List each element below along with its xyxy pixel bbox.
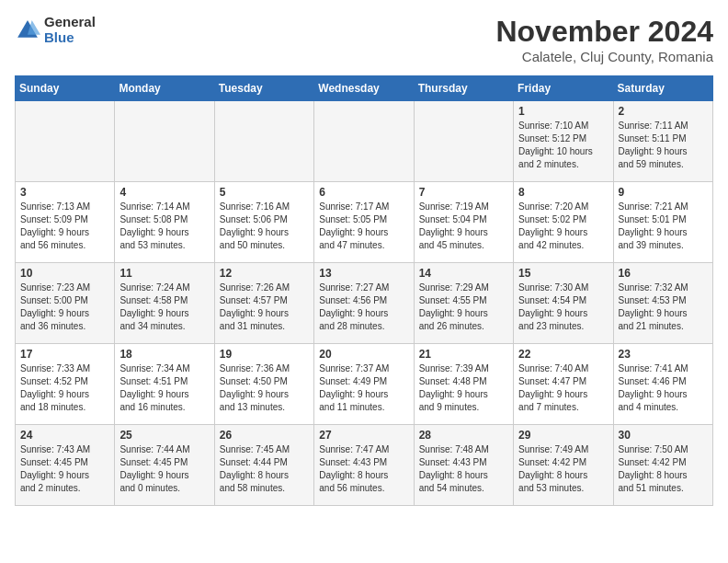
calendar-cell: 12Sunrise: 7:26 AM Sunset: 4:57 PM Dayli… [214, 263, 313, 344]
day-info: Sunrise: 7:33 AM Sunset: 4:52 PM Dayligh… [20, 362, 109, 414]
title-area: November 2024 Calatele, Cluj County, Rom… [495, 15, 713, 64]
logo-blue: Blue [44, 30, 96, 46]
calendar-cell: 8Sunrise: 7:20 AM Sunset: 5:02 PM Daylig… [514, 182, 613, 263]
logo-general: General [44, 15, 96, 30]
day-info: Sunrise: 7:11 AM Sunset: 5:11 PM Dayligh… [619, 120, 708, 171]
calendar-cell: 13Sunrise: 7:27 AM Sunset: 4:56 PM Dayli… [314, 263, 414, 344]
calendar-cell: 24Sunrise: 7:43 AM Sunset: 4:45 PM Dayli… [16, 425, 115, 506]
calendar-cell: 22Sunrise: 7:40 AM Sunset: 4:47 PM Dayli… [514, 344, 613, 425]
day-info: Sunrise: 7:44 AM Sunset: 4:45 PM Dayligh… [119, 443, 209, 495]
calendar-cell: 10Sunrise: 7:23 AM Sunset: 5:00 PM Dayli… [16, 263, 115, 344]
calendar-cell: 29Sunrise: 7:49 AM Sunset: 4:42 PM Dayli… [514, 425, 613, 506]
calendar-cell: 6Sunrise: 7:17 AM Sunset: 5:05 PM Daylig… [314, 182, 414, 263]
day-info: Sunrise: 7:26 AM Sunset: 4:57 PM Dayligh… [220, 282, 309, 333]
day-number: 3 [20, 186, 109, 199]
day-info: Sunrise: 7:14 AM Sunset: 5:08 PM Dayligh… [119, 201, 209, 252]
day-number: 20 [319, 348, 408, 361]
week-row-4: 17Sunrise: 7:33 AM Sunset: 4:52 PM Dayli… [16, 344, 713, 425]
day-info: Sunrise: 7:40 AM Sunset: 4:47 PM Dayligh… [518, 362, 608, 414]
week-row-3: 10Sunrise: 7:23 AM Sunset: 5:00 PM Dayli… [16, 263, 713, 344]
day-info: Sunrise: 7:45 AM Sunset: 4:44 PM Dayligh… [220, 443, 309, 495]
day-number: 2 [619, 105, 708, 118]
calendar-table: SundayMondayTuesdayWednesdayThursdayFrid… [15, 75, 713, 506]
calendar-cell: 25Sunrise: 7:44 AM Sunset: 4:45 PM Dayli… [115, 425, 214, 506]
calendar-cell: 30Sunrise: 7:50 AM Sunset: 4:42 PM Dayli… [613, 425, 712, 506]
col-header-saturday: Saturday [613, 76, 712, 101]
day-number: 17 [20, 348, 109, 361]
day-number: 22 [518, 348, 608, 361]
day-number: 14 [419, 267, 508, 280]
calendar-cell: 4Sunrise: 7:14 AM Sunset: 5:08 PM Daylig… [115, 182, 214, 263]
calendar-cell: 28Sunrise: 7:48 AM Sunset: 4:43 PM Dayli… [414, 425, 513, 506]
calendar-cell: 21Sunrise: 7:39 AM Sunset: 4:48 PM Dayli… [414, 344, 513, 425]
calendar-cell: 9Sunrise: 7:21 AM Sunset: 5:01 PM Daylig… [613, 182, 712, 263]
day-info: Sunrise: 7:17 AM Sunset: 5:05 PM Dayligh… [319, 201, 408, 252]
calendar-cell: 15Sunrise: 7:30 AM Sunset: 4:54 PM Dayli… [514, 263, 613, 344]
col-header-monday: Monday [115, 76, 214, 101]
day-number: 29 [518, 429, 608, 442]
day-number: 24 [20, 429, 109, 442]
calendar-cell: 5Sunrise: 7:16 AM Sunset: 5:06 PM Daylig… [214, 182, 313, 263]
day-info: Sunrise: 7:43 AM Sunset: 4:45 PM Dayligh… [20, 443, 109, 495]
day-info: Sunrise: 7:21 AM Sunset: 5:01 PM Dayligh… [619, 201, 708, 252]
day-info: Sunrise: 7:23 AM Sunset: 5:00 PM Dayligh… [20, 282, 109, 333]
day-number: 7 [419, 186, 508, 199]
week-row-5: 24Sunrise: 7:43 AM Sunset: 4:45 PM Dayli… [16, 425, 713, 506]
col-header-wednesday: Wednesday [314, 76, 414, 101]
day-info: Sunrise: 7:37 AM Sunset: 4:49 PM Dayligh… [319, 362, 408, 414]
day-info: Sunrise: 7:24 AM Sunset: 4:58 PM Dayligh… [119, 282, 209, 333]
logo-text: General Blue [44, 15, 96, 45]
day-info: Sunrise: 7:41 AM Sunset: 4:46 PM Dayligh… [619, 362, 708, 414]
day-info: Sunrise: 7:50 AM Sunset: 4:42 PM Dayligh… [619, 443, 708, 495]
day-number: 27 [319, 429, 408, 442]
day-number: 23 [619, 348, 708, 361]
calendar-cell: 7Sunrise: 7:19 AM Sunset: 5:04 PM Daylig… [414, 182, 513, 263]
calendar-cell: 20Sunrise: 7:37 AM Sunset: 4:49 PM Dayli… [314, 344, 414, 425]
day-info: Sunrise: 7:39 AM Sunset: 4:48 PM Dayligh… [419, 362, 508, 414]
day-info: Sunrise: 7:29 AM Sunset: 4:55 PM Dayligh… [419, 282, 508, 333]
logo: General Blue [15, 15, 96, 45]
day-info: Sunrise: 7:19 AM Sunset: 5:04 PM Dayligh… [419, 201, 508, 252]
day-number: 18 [119, 348, 209, 361]
calendar-header: SundayMondayTuesdayWednesdayThursdayFrid… [16, 76, 713, 101]
calendar-cell [414, 101, 513, 182]
calendar-cell: 2Sunrise: 7:11 AM Sunset: 5:11 PM Daylig… [613, 101, 712, 182]
day-number: 21 [419, 348, 508, 361]
day-info: Sunrise: 7:13 AM Sunset: 5:09 PM Dayligh… [20, 201, 109, 252]
col-header-sunday: Sunday [16, 76, 115, 101]
day-number: 5 [220, 186, 309, 199]
day-info: Sunrise: 7:47 AM Sunset: 4:43 PM Dayligh… [319, 443, 408, 495]
day-number: 6 [319, 186, 408, 199]
calendar-cell: 1Sunrise: 7:10 AM Sunset: 5:12 PM Daylig… [514, 101, 613, 182]
day-number: 9 [619, 186, 708, 199]
day-info: Sunrise: 7:16 AM Sunset: 5:06 PM Dayligh… [220, 201, 309, 252]
day-number: 30 [619, 429, 708, 442]
calendar-cell [214, 101, 313, 182]
calendar-cell: 3Sunrise: 7:13 AM Sunset: 5:09 PM Daylig… [16, 182, 115, 263]
day-number: 12 [220, 267, 309, 280]
page-title: November 2024 [495, 15, 713, 49]
calendar-cell: 14Sunrise: 7:29 AM Sunset: 4:55 PM Dayli… [414, 263, 513, 344]
calendar-cell: 11Sunrise: 7:24 AM Sunset: 4:58 PM Dayli… [115, 263, 214, 344]
day-number: 25 [119, 429, 209, 442]
logo-icon [15, 17, 40, 43]
calendar-body: 1Sunrise: 7:10 AM Sunset: 5:12 PM Daylig… [16, 101, 713, 506]
week-row-1: 1Sunrise: 7:10 AM Sunset: 5:12 PM Daylig… [16, 101, 713, 182]
day-number: 11 [119, 267, 209, 280]
calendar-cell: 16Sunrise: 7:32 AM Sunset: 4:53 PM Dayli… [613, 263, 712, 344]
col-header-friday: Friday [514, 76, 613, 101]
day-number: 19 [220, 348, 309, 361]
col-header-tuesday: Tuesday [214, 76, 313, 101]
day-number: 10 [20, 267, 109, 280]
day-info: Sunrise: 7:48 AM Sunset: 4:43 PM Dayligh… [419, 443, 508, 495]
calendar-cell: 27Sunrise: 7:47 AM Sunset: 4:43 PM Dayli… [314, 425, 414, 506]
day-number: 8 [518, 186, 608, 199]
day-info: Sunrise: 7:20 AM Sunset: 5:02 PM Dayligh… [518, 201, 608, 252]
day-info: Sunrise: 7:27 AM Sunset: 4:56 PM Dayligh… [319, 282, 408, 333]
day-number: 28 [419, 429, 508, 442]
header: General Blue November 2024 Calatele, Clu… [15, 15, 713, 64]
col-header-thursday: Thursday [414, 76, 513, 101]
day-info: Sunrise: 7:34 AM Sunset: 4:51 PM Dayligh… [119, 362, 209, 414]
day-info: Sunrise: 7:36 AM Sunset: 4:50 PM Dayligh… [220, 362, 309, 414]
day-number: 15 [518, 267, 608, 280]
